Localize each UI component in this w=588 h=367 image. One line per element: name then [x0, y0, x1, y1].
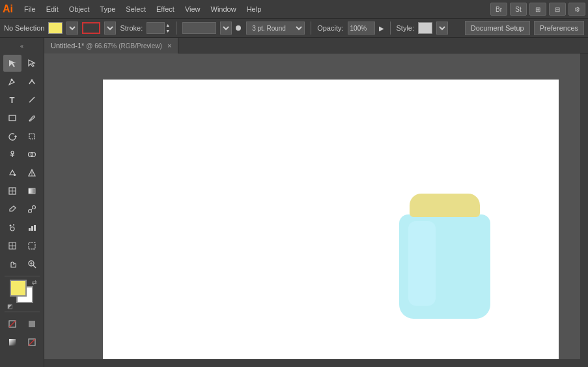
- panel-collapse-handle[interactable]: «: [18, 40, 26, 52]
- opacity-input[interactable]: 100%: [348, 22, 375, 35]
- stroke-dropdown[interactable]: ▼: [104, 22, 116, 35]
- jar-illustration: [399, 194, 490, 319]
- top-icon-group: Br St ⊞ ⊟ ⚙: [490, 3, 585, 16]
- menu-file[interactable]: File: [20, 3, 40, 15]
- jar-body: [399, 214, 490, 319]
- shape-builder-tool[interactable]: [23, 146, 41, 163]
- menu-help[interactable]: Help: [242, 3, 266, 15]
- doc-tab[interactable]: Untitled-1* @ 66.67% (RGB/Preview) ×: [44, 38, 178, 53]
- arrange-btn[interactable]: ⊟: [549, 3, 566, 16]
- stroke-label: Stroke:: [120, 24, 143, 32]
- select-tool[interactable]: [3, 55, 21, 72]
- svg-rect-3: [9, 115, 16, 121]
- puppet-warp-tool[interactable]: [3, 146, 21, 163]
- app-logo: Ai: [3, 3, 13, 15]
- svg-point-6: [11, 151, 14, 154]
- menu-edit[interactable]: Edit: [42, 3, 63, 15]
- curvature-tool[interactable]: [23, 73, 41, 90]
- menu-window[interactable]: Window: [206, 3, 241, 15]
- grid-layout-btn[interactable]: ⊞: [529, 3, 546, 16]
- svg-point-18: [28, 210, 31, 213]
- settings-btn[interactable]: ⚙: [568, 3, 585, 16]
- eyedropper-tool[interactable]: [3, 201, 21, 218]
- preferences-button[interactable]: Preferences: [534, 21, 584, 35]
- bridge-icon-btn[interactable]: Br: [490, 3, 507, 16]
- zoom-tool[interactable]: [23, 256, 41, 272]
- svg-point-21: [10, 227, 14, 231]
- type-tool[interactable]: T: [3, 91, 21, 108]
- document-tabs-bar: Untitled-1* @ 66.67% (RGB/Preview) ×: [44, 38, 588, 53]
- svg-line-32: [33, 265, 36, 268]
- fill-color-swatch[interactable]: [48, 22, 63, 34]
- opacity-arrow[interactable]: ▶: [379, 25, 384, 32]
- brush-type-select[interactable]: 3 pt. Round: [246, 22, 305, 35]
- reset-colors-btn[interactable]: ◩: [7, 303, 13, 310]
- tools-row-4: [1, 110, 43, 126]
- pencil-tool[interactable]: [23, 110, 41, 126]
- hand-tool[interactable]: [3, 256, 21, 272]
- none-color-btn[interactable]: [3, 316, 21, 332]
- style-dropdown[interactable]: ▼: [436, 22, 448, 35]
- svg-rect-11: [14, 174, 16, 176]
- artboard-tool[interactable]: [23, 237, 41, 254]
- stock-icon-btn[interactable]: St: [510, 3, 527, 16]
- tools-panel: « T: [0, 38, 44, 367]
- menu-select[interactable]: Select: [121, 3, 150, 15]
- svg-point-1: [31, 80, 33, 81]
- mesh-tool[interactable]: [3, 183, 21, 199]
- tools-row-11: [1, 237, 43, 254]
- svg-marker-4: [14, 135, 17, 137]
- stroke-dash-dropdown[interactable]: ▼: [220, 22, 232, 35]
- foreground-color-swatch[interactable]: [10, 280, 27, 297]
- fill-dropdown[interactable]: ▼: [66, 22, 78, 35]
- svg-line-20: [31, 209, 33, 210]
- vertical-scrollbar[interactable]: [580, 53, 588, 359]
- doc-setup-button[interactable]: Document Setup: [465, 21, 530, 35]
- tools-row-6: [1, 146, 43, 163]
- column-graph-tool[interactable]: [23, 219, 41, 236]
- transform-tool[interactable]: [23, 128, 41, 145]
- menu-view[interactable]: View: [180, 3, 205, 15]
- canvas-scroll-area[interactable]: [44, 53, 588, 367]
- stroke-weight-input[interactable]: [147, 22, 165, 34]
- horizontal-scrollbar[interactable]: [44, 359, 588, 367]
- svg-line-40: [29, 339, 35, 345]
- doc-tab-close[interactable]: ×: [167, 42, 171, 50]
- color-fill-btn[interactable]: [23, 316, 41, 332]
- rotate-tool[interactable]: [3, 128, 21, 145]
- svg-point-22: [9, 225, 11, 227]
- gradient-row: [1, 334, 43, 351]
- svg-rect-26: [34, 225, 36, 231]
- symbol-sprayer-tool[interactable]: [3, 219, 21, 236]
- gradient-swatch-btn[interactable]: [3, 334, 21, 351]
- style-swatch[interactable]: [418, 22, 432, 34]
- stroke-weight-spinners[interactable]: ▲ ▼: [165, 22, 170, 34]
- menu-type[interactable]: Type: [96, 3, 120, 15]
- slice-tool[interactable]: [3, 237, 21, 254]
- svg-rect-5: [29, 134, 35, 139]
- gradient-tool[interactable]: [23, 183, 41, 199]
- menu-effect[interactable]: Effect: [152, 3, 179, 15]
- none-stroke-btn[interactable]: [23, 334, 41, 351]
- pen-tool[interactable]: [3, 73, 21, 90]
- main-area: « T: [0, 38, 588, 367]
- doc-tab-title: Untitled-1*: [51, 42, 84, 50]
- selection-label: No Selection: [4, 24, 44, 32]
- paint-bucket-tool[interactable]: [3, 164, 21, 181]
- swap-colors-btn[interactable]: ⇄: [32, 280, 37, 286]
- blend-tool[interactable]: [23, 201, 41, 218]
- direct-select-tool[interactable]: [23, 55, 41, 72]
- stroke-color-box[interactable]: [82, 22, 100, 34]
- canvas-background: [44, 53, 588, 367]
- divider-3: [390, 22, 391, 35]
- style-label: Style:: [397, 24, 415, 32]
- line-tool[interactable]: [23, 91, 41, 108]
- svg-rect-37: [29, 321, 35, 327]
- tools-row-3: T: [1, 91, 43, 108]
- menu-object[interactable]: Object: [64, 3, 94, 15]
- canvas-area: Untitled-1* @ 66.67% (RGB/Preview) ×: [44, 38, 588, 367]
- rect-tool[interactable]: [3, 110, 21, 126]
- svg-line-36: [9, 321, 16, 327]
- perspective-tool[interactable]: [23, 164, 41, 181]
- tools-separator-2: [5, 312, 40, 312]
